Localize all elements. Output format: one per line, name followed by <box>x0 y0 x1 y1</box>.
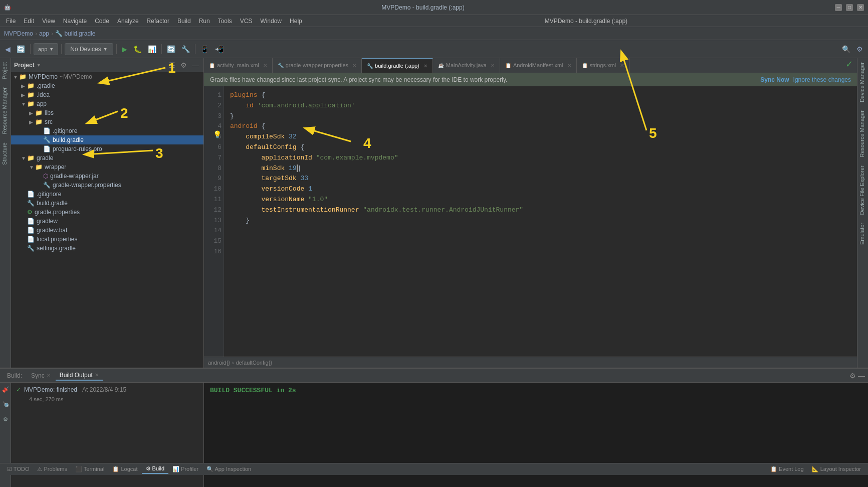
no-devices-button[interactable]: No Devices ▼ <box>65 43 113 55</box>
bottom-tool-problems[interactable]: ⚠ Problems <box>33 465 71 473</box>
tree-item-src[interactable]: ▶ 📁 src <box>11 117 203 126</box>
bottom-tool-layout-inspector[interactable]: 📐 Layout Inspector <box>808 465 865 473</box>
tree-item-build-gradle-app[interactable]: 🔧 build.gradle <box>11 135 203 144</box>
btool-settings2[interactable]: ⚙ <box>0 412 11 426</box>
menu-code[interactable]: Code <box>91 17 113 26</box>
tab-mainactivity-close[interactable]: ✕ <box>491 63 495 68</box>
toolbar-back-icon[interactable]: ◀ <box>3 44 13 54</box>
device-manager-icon[interactable]: 📱 <box>198 44 211 54</box>
tab-build-gradle-app[interactable]: 🔧 build.gradle (:app) ✕ <box>362 58 433 73</box>
left-tab-resource[interactable]: Resource Manager <box>0 83 11 138</box>
bottom-tool-terminal[interactable]: ⬛ Terminal <box>71 465 108 473</box>
tab-gradle-wrapper-props[interactable]: 🔧 gradle-wrapper.properties ✕ <box>273 58 362 73</box>
breadcrumb-mvpdemo[interactable]: MVPDemo <box>4 30 33 37</box>
search-icon[interactable]: 🔍 <box>840 44 852 54</box>
menu-file[interactable]: File <box>2 17 20 26</box>
btool-pin[interactable]: 📌 <box>0 383 11 397</box>
tree-item-gradle-wrapper-jar[interactable]: ⬡ gradle-wrapper.jar <box>11 172 203 181</box>
sync-icon[interactable]: 🔄 <box>165 44 177 54</box>
run-button[interactable]: ▶ <box>120 44 129 54</box>
bottom-tool-todo[interactable]: ☑ TODO <box>3 465 33 473</box>
bottom-minimize-icon[interactable]: — <box>858 372 865 380</box>
avd-icon[interactable]: 📲 <box>213 44 226 54</box>
tab-androidmanifest-icon: 📋 <box>505 63 511 68</box>
tree-item-build-gradle-root[interactable]: 🔧 build.gradle <box>11 199 203 208</box>
bottom-tab-build-output[interactable]: Build Output ✕ <box>56 371 103 381</box>
tab-activity-main-close[interactable]: ✕ <box>263 63 267 68</box>
bottom-tab-sync-close[interactable]: ✕ <box>47 373 51 378</box>
bottom-tab-sync[interactable]: Sync ✕ <box>27 371 55 380</box>
bottom-settings-icon[interactable]: ⚙ <box>849 372 856 380</box>
code-content[interactable]: plugins { id 'com.android.application' }… <box>224 86 857 357</box>
project-collapse-all-icon[interactable]: ☰ <box>167 60 177 70</box>
right-tab-emulator[interactable]: Emulator <box>857 219 868 249</box>
bottom-tool-build[interactable]: ⚙ Build <box>142 464 169 474</box>
tree-item-gitignore-app[interactable]: 📄 .gitignore <box>11 126 203 135</box>
tree-item-proguard[interactable]: 📄 proguard-rules.pro <box>11 144 203 153</box>
bottom-tool-logcat[interactable]: 📋 Logcat <box>108 465 141 473</box>
project-close-icon[interactable]: — <box>190 60 200 70</box>
tree-item-settings-gradle[interactable]: 🔧 settings.gradle <box>11 244 203 253</box>
tab-gradle-wrapper-close[interactable]: ✕ <box>352 63 356 68</box>
tree-item-app[interactable]: ▼ 📁 app <box>11 99 203 108</box>
menu-run[interactable]: Run <box>195 17 214 26</box>
right-tab-device-file-explorer[interactable]: Device File Explorer <box>857 161 868 219</box>
settings-icon[interactable]: ⚙ <box>854 44 865 54</box>
btool-filter[interactable]: 🔍 <box>0 397 11 412</box>
tree-item-wrapper[interactable]: ▼ 📁 wrapper <box>11 163 203 172</box>
sync-now-button[interactable]: Sync Now <box>760 76 789 83</box>
tree-item-gradle-wrapper-props[interactable]: 🔧 gradle-wrapper.properties <box>11 181 203 190</box>
gradle-icon[interactable]: 🔧 <box>179 44 192 54</box>
maximize-button[interactable]: □ <box>846 4 853 11</box>
tab-strings-xml-close[interactable]: ✕ <box>620 63 624 68</box>
build-item-mvpdemo[interactable]: ✓ MVPDemo: finished At 2022/8/4 9:15 <box>13 385 201 395</box>
menu-help[interactable]: Help <box>286 17 306 26</box>
project-dropdown-icon[interactable]: ▼ <box>37 63 41 68</box>
tree-item-mvpdemo[interactable]: ▼ 📁 MVPDemo ~MVPDemo <box>11 72 203 81</box>
left-tab-structure[interactable]: Structure <box>0 138 11 169</box>
profile-button[interactable]: 📊 <box>146 44 158 54</box>
menu-navigate[interactable]: Navigate <box>59 17 91 26</box>
tree-item-idea[interactable]: ▶ 📁 .idea <box>11 90 203 99</box>
menu-tools[interactable]: Tools <box>214 17 236 26</box>
tree-item-gitignore-root[interactable]: 📄 .gitignore <box>11 190 203 199</box>
tree-item-libs[interactable]: ▶ 📁 libs <box>11 108 203 117</box>
bottom-tab-build-output-close[interactable]: ✕ <box>95 372 99 378</box>
menu-analyze[interactable]: Analyze <box>113 17 143 26</box>
left-tab-project[interactable]: Project <box>0 58 11 83</box>
tab-build-gradle-close[interactable]: ✕ <box>423 63 427 69</box>
tree-item-gradle-hidden[interactable]: ▶ 📁 .gradle <box>11 81 203 90</box>
minimize-button[interactable]: ─ <box>835 4 842 11</box>
tab-mainactivity[interactable]: ☕ MainActivity.java ✕ <box>433 58 500 73</box>
project-settings-icon[interactable]: ⚙ <box>179 60 188 70</box>
menu-window[interactable]: Window <box>256 17 286 26</box>
tab-activity-main[interactable]: 📋 activity_main.xml ✕ <box>204 58 273 73</box>
menu-edit[interactable]: Edit <box>20 17 38 26</box>
bottom-tool-event-log[interactable]: 📋 Event Log <box>766 465 808 473</box>
tree-item-gradlew-bat[interactable]: 📄 gradlew.bat <box>11 226 203 235</box>
tree-item-gradlew[interactable]: 📄 gradlew <box>11 217 203 226</box>
tab-androidmanifest[interactable]: 📋 AndroidManifest.xml ✕ <box>500 58 577 73</box>
breadcrumb-file[interactable]: 🔧 build.gradle <box>55 30 95 37</box>
menu-build[interactable]: Build <box>173 17 195 26</box>
tree-item-gradle-properties[interactable]: ⚙ gradle.properties <box>11 208 203 217</box>
tab-androidmanifest-close[interactable]: ✕ <box>567 63 571 68</box>
bottom-tool-profiler[interactable]: 📊 Profiler <box>168 465 202 473</box>
menu-view[interactable]: View <box>38 17 59 26</box>
right-tab-resource-manager[interactable]: Resource Manager <box>857 106 868 161</box>
toolbar-refresh-icon[interactable]: 🔄 <box>15 44 27 54</box>
debug-button[interactable]: 🐛 <box>131 44 144 54</box>
lightbulb-icon[interactable]: 💡 <box>213 130 222 138</box>
tree-item-local-properties[interactable]: 📄 local.properties <box>11 235 203 244</box>
bottom-tool-app-inspection[interactable]: 🔍 App Inspection <box>202 465 255 473</box>
menu-vcs[interactable]: VCS <box>236 17 257 26</box>
tree-item-gradle[interactable]: ▼ 📁 gradle <box>11 153 203 163</box>
bottom-tab-build-label[interactable]: Build: <box>3 371 26 380</box>
menu-refactor[interactable]: Refactor <box>143 17 173 26</box>
right-tab-device-manager[interactable]: Device Manager <box>857 58 868 106</box>
app-selector-button[interactable]: app ▼ <box>34 43 58 55</box>
breadcrumb-app[interactable]: app <box>39 30 49 37</box>
close-button[interactable]: ✕ <box>857 4 864 11</box>
tab-strings-xml[interactable]: 📋 strings.xml ✕ <box>577 58 630 73</box>
ignore-changes-button[interactable]: Ignore these changes <box>793 76 851 83</box>
